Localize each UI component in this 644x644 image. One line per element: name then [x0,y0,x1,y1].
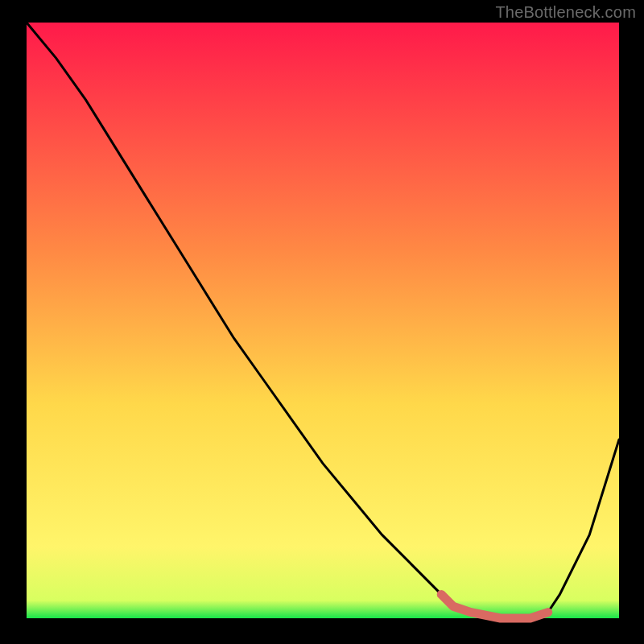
watermark-text: TheBottleneck.com [495,3,636,22]
plot-gradient-background [27,23,619,618]
chart-canvas: TheBottleneck.com [0,0,644,644]
bottleneck-plot [0,0,644,644]
